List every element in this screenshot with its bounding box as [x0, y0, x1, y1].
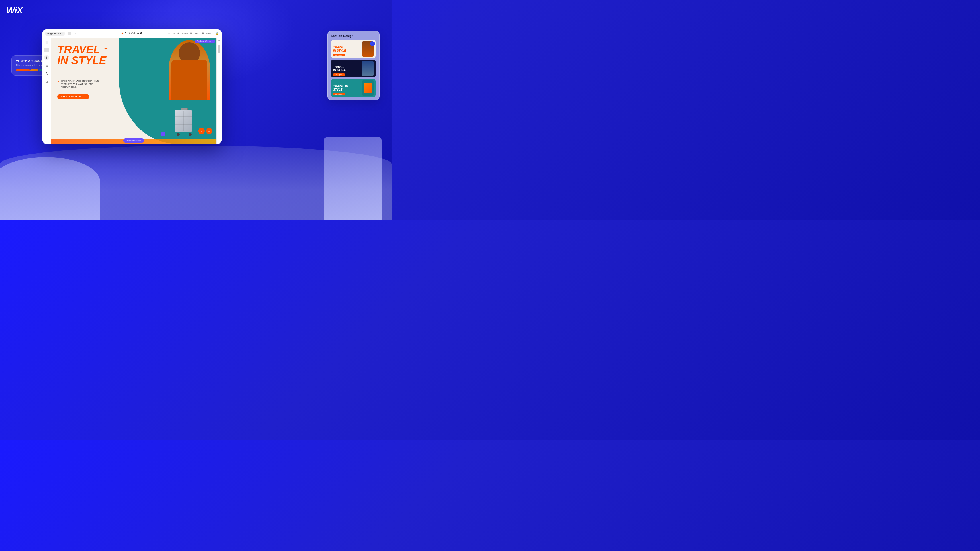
nav-prev-button[interactable]: ←	[198, 128, 205, 134]
design-card-2[interactable]: TRAVELIN STYLE Get Explor 2	[331, 60, 376, 77]
card3-orange-luggage	[364, 83, 372, 94]
hero-nav: ← →	[198, 128, 212, 134]
toolbar-apps-icon[interactable]: ⊞	[44, 63, 49, 68]
device-icons: ⬜ ▭	[67, 32, 76, 35]
section-design-title: Section Design	[331, 34, 376, 38]
design-card-3[interactable]: TRAVEL INSTYLE Get Explor 3	[331, 79, 376, 97]
card2-title: TRAVELIN STYLE	[333, 65, 362, 71]
wix-logo-text: WiX	[6, 5, 23, 16]
card3-luggage-img	[362, 80, 374, 96]
cube-right	[324, 137, 382, 220]
desktop-icon[interactable]: ⬜	[67, 32, 72, 35]
brand-text: * SOLAR	[125, 32, 143, 35]
add-section-plus: +	[126, 139, 128, 142]
card2-badge: Get Explor 2	[333, 73, 345, 76]
hero-area: Section: Welcome ✦ TRAVEL IN STYLE ✦ ✦ I…	[51, 38, 216, 144]
zoom-percent: 100%	[182, 32, 188, 35]
search-label-topbar: Search	[206, 32, 213, 35]
section-design-panel: Section Design TRAVELIN STYLE Get Explor…	[327, 31, 380, 100]
card2-person	[362, 61, 374, 76]
toolbar-add-icon[interactable]: +	[44, 55, 49, 60]
wheel-right	[189, 133, 192, 136]
add-section-bar: + + Add Section	[51, 137, 216, 144]
hero-subtitle-text: IN THE AIR, ON LAND OR AT SEA – OUR PROD…	[61, 79, 100, 89]
design-card-1[interactable]: TRAVELIN STYLE Get Explor 1 ✓	[331, 40, 376, 58]
redo-icon[interactable]: ↪	[173, 32, 175, 35]
editor-window: Page: Home ▾ ⬜ ▭ ✦ * SOLAR ↩ ↪ ⊙ 100% ⊞ …	[43, 29, 221, 144]
brand-star: ✦	[121, 32, 124, 35]
luggage-handle-top	[181, 108, 188, 110]
add-section-button[interactable]: + + Add Section	[123, 138, 144, 143]
zoom-level: ⊙	[177, 32, 180, 35]
card3-title: TRAVEL INSTYLE	[333, 85, 362, 91]
tools-label: Tools	[194, 32, 200, 35]
undo-icon[interactable]: ↩	[168, 32, 170, 35]
card3-badge: Get Explor 3	[333, 93, 345, 95]
wix-logo[interactable]: WiX	[6, 5, 23, 16]
topbar-right-controls: ↩ ↪ ⊙ 100% ⊞ Tools ⚲ Search 🔒	[168, 32, 219, 35]
card1-badge: Get Explor 1	[333, 54, 345, 56]
nav-next-button[interactable]: →	[206, 128, 212, 134]
cloud-left	[0, 157, 100, 220]
luggage-wheels-row	[175, 133, 194, 136]
chevron-down-icon: ▾	[62, 32, 63, 35]
person-body	[172, 60, 207, 100]
card2-img	[362, 61, 374, 76]
cta-label: START EXPLORING →	[61, 96, 85, 98]
brand-name-center: ✦ * SOLAR	[121, 32, 143, 35]
card2-text: TRAVELIN STYLE	[333, 65, 362, 71]
hero-title: TRAVEL IN STYLE	[57, 44, 107, 66]
lock-icon: 🔒	[216, 32, 219, 35]
editor-topbar: Page: Home ▾ ⬜ ▭ ✦ * SOLAR ↩ ↪ ⊙ 100% ⊞ …	[43, 29, 221, 38]
color-seg-1	[16, 69, 30, 71]
add-section-label: + Add Section	[129, 140, 141, 141]
color-seg-2	[30, 69, 38, 71]
search-icon-topbar[interactable]: ⚲	[202, 32, 204, 35]
card1-title: TRAVELIN STYLE	[333, 46, 362, 52]
card1-check: ✓	[370, 41, 375, 46]
hero-title-line2: IN STYLE	[57, 55, 107, 66]
section-welcome-badge: Section: Welcome	[195, 40, 215, 43]
luggage-container	[175, 108, 194, 137]
mobile-icon[interactable]: ▭	[73, 32, 76, 35]
tools-icon[interactable]: ⊞	[190, 32, 192, 35]
subtitle-bullet: ✦	[57, 79, 60, 89]
editor-scrollbar[interactable]: + −	[216, 38, 221, 144]
left-toolbar: ☰ + ⊞ A ⧉	[43, 38, 51, 144]
toolbar-media-icon[interactable]	[44, 48, 49, 52]
card1-text: TRAVELIN STYLE	[333, 46, 362, 52]
person-photo	[169, 40, 210, 100]
hero-cta-button[interactable]: START EXPLORING →	[57, 94, 89, 99]
page-selector-label: Page: Home	[47, 32, 61, 35]
luggage-body-main	[175, 110, 192, 132]
wheel-left	[177, 133, 180, 136]
toolbar-text-icon[interactable]: A	[44, 71, 49, 76]
card3-text: TRAVEL INSTYLE	[333, 85, 362, 91]
toolbar-pages-icon[interactable]: ☰	[44, 40, 49, 45]
scroll-zoom-in[interactable]: +	[218, 39, 220, 42]
luggage-zipper	[183, 111, 184, 131]
toolbar-layers-icon[interactable]: ⧉	[44, 79, 49, 84]
scroll-thumb[interactable]	[218, 45, 220, 53]
hero-subtitle: ✦ IN THE AIR, ON LAND OR AT SEA – OUR PR…	[57, 79, 100, 89]
hero-title-line1: TRAVEL	[57, 44, 107, 55]
scroll-zoom-out[interactable]: −	[218, 139, 220, 141]
page-number-badge: 1	[161, 132, 165, 137]
page-selector[interactable]: Page: Home ▾	[45, 32, 65, 35]
